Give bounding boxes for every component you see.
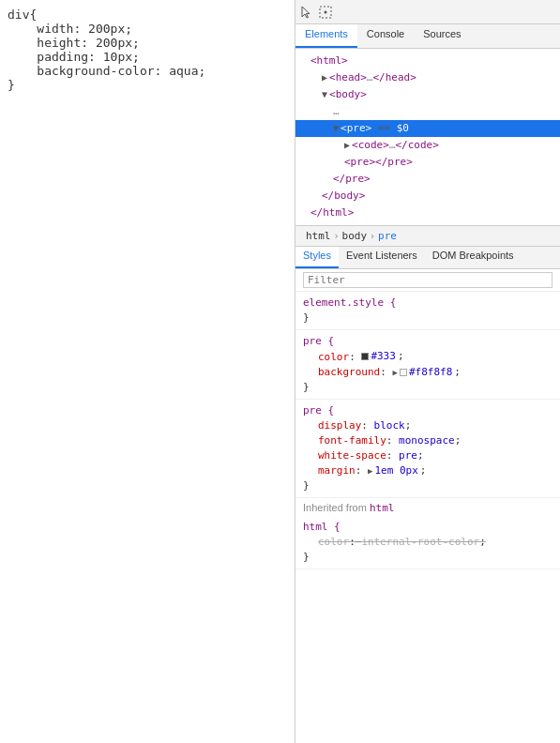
page-code: div{ width: 200px; height: 200px; paddin…	[8, 8, 287, 92]
subtab-styles[interactable]: Styles	[295, 247, 339, 268]
background-arrow-icon[interactable]: ▶	[392, 365, 397, 380]
svg-point-2	[325, 10, 327, 13]
color-swatch-f8f8f8[interactable]	[400, 369, 407, 376]
prop-val-color-inherited: internal-root-color;	[361, 536, 485, 548]
pre-prop-white-space: white-space: pre;	[303, 448, 552, 463]
devtools-toolbar	[295, 0, 560, 24]
head-close-tag: </head>	[372, 71, 416, 83]
selector-element-style: element.style {	[303, 296, 396, 309]
prop-name-display: display:	[303, 419, 368, 432]
prop-val-display: block;	[374, 419, 412, 432]
pre-tag: <pre>	[341, 122, 371, 134]
dom-line-pre-selected[interactable]: ▼<pre> == $0	[295, 120, 560, 137]
breadcrumb: html › body › pre	[295, 226, 560, 247]
tree-dots: …	[333, 105, 340, 117]
prop-name-color: color:	[303, 351, 356, 363]
subtab-event-listeners[interactable]: Event Listeners	[339, 247, 425, 268]
dom-line-body[interactable]: ▼<body>	[295, 86, 560, 103]
inherited-from-html-tag[interactable]: html	[370, 502, 395, 514]
prop-val-color: #333;	[361, 349, 403, 364]
element-style-close-brace: }	[303, 311, 552, 326]
dom-line-pre-close[interactable]: </pre>	[295, 171, 560, 188]
dollar-zero: $0	[397, 122, 409, 134]
code-close-tag: </code>	[395, 139, 438, 151]
box-select-icon[interactable]	[318, 5, 333, 20]
page-content: div{ width: 200px; height: 200px; paddin…	[0, 0, 295, 743]
devtools-panel: Elements Console Sources <html> ▶<head>……	[295, 0, 560, 743]
css-rule-element-style: element.style { }	[295, 292, 560, 330]
dom-line-pre-inner[interactable]: <pre></pre>	[295, 154, 560, 171]
pre-prop-background: background: ▶ #f8f8f8;	[303, 365, 552, 380]
code-tag: <code>	[352, 139, 389, 151]
selector-pre-2: pre {	[303, 404, 334, 417]
equals-sign: ==	[371, 122, 397, 134]
html-close-tag: </html>	[310, 206, 354, 219]
cursor-icon[interactable]	[299, 5, 314, 20]
pre-prop-color: color: #333;	[303, 349, 552, 365]
prop-name-white-space: white-space:	[303, 449, 392, 462]
head-tag: <head>	[329, 71, 367, 83]
subtab-dom-breakpoints[interactable]: DOM Breakpoints	[425, 247, 522, 268]
pre-rule1-close: }	[303, 380, 552, 395]
pre-close-tag: </pre>	[333, 173, 371, 185]
dom-line-dots: …	[295, 103, 560, 120]
prop-val-margin: ▶ 1em 0px;	[368, 463, 426, 478]
breadcrumb-body[interactable]: body	[340, 230, 371, 242]
tab-elements[interactable]: Elements	[295, 24, 357, 48]
prop-name-margin: margin:	[303, 464, 361, 477]
selector-pre-1: pre {	[303, 335, 334, 347]
pre-prop-font-family: font-family: monospace;	[303, 433, 552, 448]
dom-line-body-close[interactable]: </body>	[295, 188, 560, 205]
html-prop-color-strikethrough: color: internal-root-color;	[303, 535, 552, 550]
pre-inner-tag: <pre></pre>	[344, 156, 413, 168]
expand-pre-icon[interactable]: ▼	[333, 123, 339, 133]
html-selector: html {	[303, 520, 552, 535]
element-style-selector: element.style {	[303, 296, 552, 311]
margin-arrow-icon[interactable]: ▶	[368, 463, 372, 478]
body-tag: <body>	[329, 88, 367, 100]
pre-selector-1: pre {	[303, 334, 552, 349]
html-rule-close: }	[303, 550, 552, 565]
tab-sources[interactable]: Sources	[414, 24, 470, 48]
filter-bar	[295, 269, 560, 292]
dom-line-head[interactable]: ▶<head>…</head>	[295, 69, 560, 86]
filter-input[interactable]	[303, 272, 552, 288]
inherited-from-label: Inherited from html	[295, 498, 560, 516]
expand-code-icon[interactable]: ▶	[344, 140, 350, 150]
breadcrumb-html[interactable]: html	[303, 230, 334, 242]
pre-rule2-close: }	[303, 478, 552, 493]
prop-val-white-space: pre;	[399, 449, 424, 462]
pre-prop-margin: margin: ▶ 1em 0px;	[303, 463, 552, 478]
inherited-from-text: Inherited from	[303, 502, 367, 513]
expand-head-icon[interactable]: ▶	[322, 72, 327, 83]
pre-selector-2: pre {	[303, 403, 552, 418]
dom-line-html[interactable]: <html>	[295, 53, 560, 69]
prop-name-font-family: font-family:	[303, 434, 392, 447]
css-rule-pre-2: pre { display: block; font-family: monos…	[295, 400, 560, 498]
html-tag: <html>	[310, 54, 348, 67]
dom-line-code[interactable]: ▶<code>…</code>	[295, 137, 560, 154]
prop-val-background: ▶ #f8f8f8;	[392, 365, 460, 380]
dom-tree: <html> ▶<head>…</head> ▼<body> … ▼<pre> …	[295, 49, 560, 226]
body-close-tag: </body>	[322, 190, 365, 202]
svg-marker-0	[302, 7, 310, 18]
pre-prop-display: display: block;	[303, 418, 552, 433]
css-rule-pre-1: pre { color: #333; background: ▶ #f8f8f8…	[295, 330, 560, 400]
styles-panel: Styles Event Listeners DOM Breakpoints e…	[295, 247, 560, 743]
css-rule-html-inherited: html { color: internal-root-color; }	[295, 516, 560, 569]
prop-name-color-inherited: color:	[303, 536, 356, 548]
tab-console[interactable]: Console	[357, 24, 414, 48]
dom-line-html-close[interactable]: </html>	[295, 205, 560, 221]
prop-val-font-family: monospace;	[399, 434, 461, 447]
styles-subtabs: Styles Event Listeners DOM Breakpoints	[295, 247, 560, 269]
prop-name-background: background:	[303, 366, 386, 378]
breadcrumb-pre[interactable]: pre	[375, 230, 400, 242]
devtools-main-tabs: Elements Console Sources	[295, 24, 560, 49]
color-swatch-333[interactable]	[361, 353, 369, 360]
expand-body-icon[interactable]: ▼	[322, 89, 327, 99]
selector-html: html {	[303, 521, 341, 533]
